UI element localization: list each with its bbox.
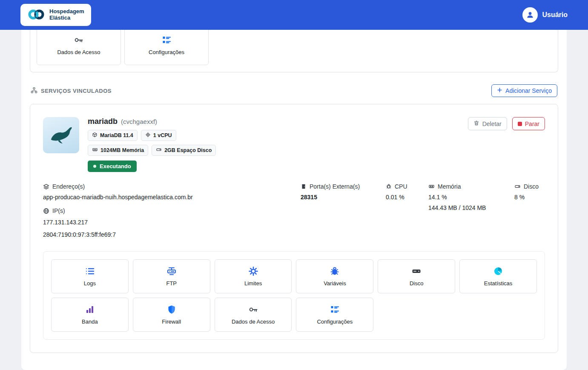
- badge-version: MariaDB 11.4: [88, 130, 138, 141]
- port-value: 28315: [301, 194, 386, 201]
- shield-icon: [166, 304, 177, 315]
- tile-limites[interactable]: Limites: [215, 259, 292, 293]
- tile-banda[interactable]: Banda: [51, 298, 129, 332]
- delete-button[interactable]: Deletar: [468, 117, 507, 130]
- tile-dados-de-acesso[interactable]: Dados de Acesso: [215, 298, 292, 332]
- service-card-mariadb: mariadb (cvchgaexxf) MariaDB 11.4: [30, 104, 558, 353]
- memory-label: Memória: [438, 183, 461, 190]
- sitemap-icon: [31, 87, 37, 95]
- tile-label: Configurações: [149, 49, 184, 55]
- status-dot-icon: [93, 165, 96, 168]
- tile-disco[interactable]: Disco: [378, 259, 455, 293]
- address-value: app-producao-mariadb-nuih.hospedagemelas…: [43, 194, 301, 201]
- key-icon: [74, 35, 84, 45]
- plus-icon: [497, 87, 502, 94]
- user-menu[interactable]: Usuário: [522, 7, 568, 23]
- cpu-label: CPU: [395, 183, 407, 190]
- brand-text: Hospedagem Elástica: [49, 9, 84, 21]
- tile-dados-de-acesso[interactable]: Dados de Acesso: [37, 30, 121, 65]
- hdd-icon: [514, 184, 521, 189]
- brand-logo[interactable]: Hospedagem Elástica: [20, 4, 91, 26]
- tile-firewall[interactable]: Firewall: [133, 298, 210, 332]
- stop-button[interactable]: Parar: [512, 117, 545, 130]
- ftp-server-icon: [166, 266, 177, 276]
- service-stats: Endereço(s) app-producao-mariadb-nuih.ho…: [43, 183, 545, 239]
- hdd-icon: [156, 147, 162, 154]
- port-block: Porta(s) Externa(s) 28315: [301, 183, 386, 239]
- add-service-button[interactable]: Adicionar Serviço: [491, 84, 557, 97]
- address-label: Endereço(s): [52, 183, 85, 190]
- tile-logs[interactable]: Logs: [51, 259, 129, 293]
- disk-label: Disco: [524, 183, 539, 190]
- tile-label: Dados de Acesso: [57, 49, 100, 55]
- bar-chart-icon: [85, 304, 95, 315]
- tile-configuracoes[interactable]: Configurações: [296, 298, 373, 332]
- linked-services-header: SERVIÇOS VINCULADOS Adicionar Serviço: [31, 84, 557, 97]
- memory-block: Memória 14.1 % 144.43 MB / 1024 MB: [428, 183, 514, 239]
- service-code: (cvchgaexxf): [121, 118, 157, 125]
- main-content: Dados de Acesso Configurações: [21, 30, 567, 370]
- cpu-value: 0.01 %: [386, 194, 428, 201]
- bug-icon: [386, 184, 392, 189]
- checklist-icon: [330, 304, 340, 315]
- service-tools-grid: Logs FTP: [43, 251, 545, 340]
- ip-value-1: 177.131.143.217: [43, 218, 301, 227]
- ip-label: IP(s): [52, 207, 65, 214]
- mariadb-seal-logo: [43, 117, 79, 153]
- memory-icon: [92, 147, 98, 154]
- badge-memory: 1024MB Memória: [88, 145, 148, 156]
- navbar: Hospedagem Elástica Usuário: [0, 0, 588, 30]
- trash-icon: [473, 120, 479, 127]
- memory-pct: 14.1 %: [428, 194, 514, 201]
- tile-configuracoes[interactable]: Configurações: [124, 30, 209, 65]
- bug-icon: [330, 266, 340, 276]
- box-icon: [92, 132, 98, 139]
- checklist-icon: [161, 35, 172, 45]
- stack-icon: [43, 184, 49, 190]
- badge-disk: 2GB Espaço Disco: [152, 145, 216, 156]
- badge-vcpu: 1 vCPU: [141, 130, 176, 141]
- section-title: SERVIÇOS VINCULADOS: [31, 87, 112, 95]
- hdd-icon: [411, 266, 422, 276]
- key-icon: [248, 304, 258, 315]
- status-badge-running: Executando: [88, 161, 137, 172]
- memory-usage: 144.43 MB / 1024 MB: [428, 204, 514, 211]
- cpu-block: CPU 0.01 %: [386, 183, 428, 239]
- memory-icon: [428, 184, 435, 189]
- disk-block: Disco 8 %: [514, 183, 545, 239]
- logs-icon: [85, 266, 95, 276]
- tile-estatisticas[interactable]: Estatísticas: [459, 259, 537, 293]
- user-name: Usuário: [542, 11, 568, 19]
- service-name: mariadb: [88, 117, 118, 126]
- brand-rings-icon: [27, 9, 45, 22]
- disk-value: 8 %: [514, 194, 545, 201]
- cpu-chip-icon: [145, 132, 151, 139]
- user-avatar-icon: [522, 7, 538, 23]
- previous-service-card: Dados de Acesso Configurações: [30, 30, 558, 72]
- address-block: Endereço(s) app-producao-mariadb-nuih.ho…: [43, 183, 301, 239]
- pie-chart-icon: [493, 266, 503, 276]
- port-label: Porta(s) Externa(s): [310, 183, 360, 190]
- gear-icon: [248, 266, 258, 276]
- door-icon: [301, 184, 307, 189]
- globe-icon: [43, 208, 49, 214]
- tile-ftp[interactable]: FTP: [133, 259, 210, 293]
- stop-square-icon: [518, 122, 522, 126]
- tile-variaveis[interactable]: Variáveis: [296, 259, 373, 293]
- ip-value-2: 2804:7190:0:97:3:5ff:fe69:7: [43, 230, 301, 239]
- service-summary: mariadb (cvchgaexxf) MariaDB 11.4: [88, 117, 216, 172]
